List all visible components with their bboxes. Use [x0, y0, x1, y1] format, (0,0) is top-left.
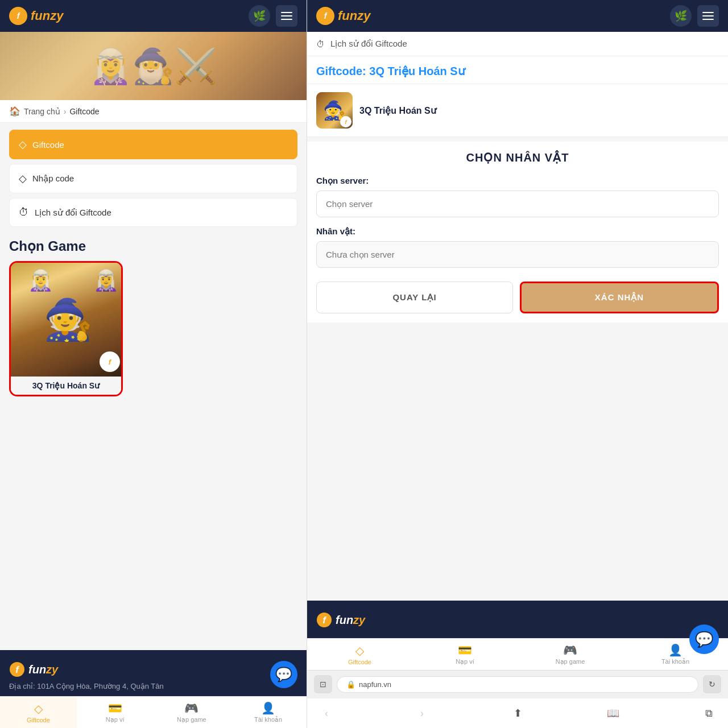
browser-tab-icon[interactable]: ⊡: [314, 675, 332, 693]
right-top-menu[interactable]: ⏱ Lịch sử đổi Giftcode: [307, 32, 728, 56]
breadcrumb-home-label[interactable]: Trang chủ: [24, 107, 60, 116]
right-logo-icon: f: [316, 7, 334, 25]
browser-back-button[interactable]: ‹: [316, 703, 337, 723]
right-menu-bar-2: [702, 15, 714, 16]
browser-bookmark-button[interactable]: 📖: [603, 703, 623, 723]
left-nav-nap-game[interactable]: 🎮 Nạp game: [154, 697, 230, 728]
nhap-code-icon: ◇: [19, 172, 27, 185]
breadcrumb: 🏠 Trang chủ › Giftcode: [0, 100, 307, 123]
section-title-chon-game: Chọn Game: [0, 234, 307, 261]
left-nav-nap-vi-label: Nạp ví: [106, 716, 125, 723]
game-card-3q[interactable]: 🧙 🧝‍♀️ 🧝‍♀️ f 3Q Triệu Hoán Sư: [9, 261, 123, 396]
server-field-label: Chọn server:: [316, 176, 719, 186]
confirm-button[interactable]: XÁC NHẬN: [520, 282, 719, 313]
left-nav-tai-khoan-icon: 👤: [261, 701, 275, 715]
char-field: Nhân vật:: [316, 226, 719, 277]
right-menu-bar-1: [702, 12, 714, 13]
right-header-icons: 🌿: [670, 5, 719, 27]
logo-accent-text: zy: [50, 9, 63, 23]
game-mini-name: 3Q Triệu Hoán Sư: [359, 105, 436, 116]
browser-nav-bar: ‹ › ⬆ 📖 ⧉: [307, 698, 728, 728]
left-nav-tai-khoan-label: Tài khoản: [254, 716, 282, 723]
browser-lock-icon: 🔒: [346, 680, 355, 689]
left-bottom-nav: ◇ Giftcode 💳 Nạp ví 🎮 Nạp game 👤 Tài kho…: [0, 696, 307, 728]
right-footer-logo: f funzy: [316, 612, 719, 628]
left-nav-nap-game-icon: 🎮: [184, 701, 198, 715]
left-nav-tai-khoan[interactable]: 👤 Tài khoản: [230, 697, 307, 728]
right-logo: f funzy: [316, 7, 370, 25]
game-card-label: 3Q Triệu Hoán Sư: [11, 377, 121, 395]
menu-item-lich-su[interactable]: ⏱ Lịch sử đổi Giftcode: [9, 198, 297, 227]
right-top-menu-icon: ⏱: [316, 39, 325, 49]
left-header-icons: 🌿: [249, 5, 297, 27]
browser-url-bar[interactable]: 🔒 napfun.vn: [337, 676, 698, 693]
right-nav-giftcode-icon: ◇: [355, 644, 364, 657]
right-panel: f funzy 🌿 ⏱ Lịch sử đổi Giftcode: [307, 0, 728, 728]
browser-url-text: napfun.vn: [359, 680, 391, 689]
char-select-heading: CHỌN NHÂN VẬT: [316, 151, 719, 164]
logo-normal-text: fun: [31, 9, 50, 23]
right-nav-nap-vi[interactable]: 💳 Nạp ví: [412, 639, 518, 670]
browser-refresh-button[interactable]: ↻: [703, 675, 721, 693]
menu-item-giftcode-label: Giftcode: [32, 140, 64, 150]
left-logo-icon: f: [9, 7, 27, 25]
left-nav-nap-vi[interactable]: 💳 Nạp ví: [77, 697, 154, 728]
right-logo-accent: zy: [357, 9, 370, 23]
right-nav-nap-game-icon: 🎮: [563, 643, 577, 657]
game-info-bar: 🧙 f 3Q Triệu Hoán Sư: [307, 84, 728, 137]
left-nav-giftcode-label: Giftcode: [27, 717, 50, 723]
left-menu-button[interactable]: [276, 5, 297, 27]
right-footer: f funzy: [307, 601, 728, 638]
left-header: f funzy 🌿: [0, 0, 307, 32]
giftcode-title-bar: Giftcode: 3Q Triệu Hoán Sư: [307, 56, 728, 84]
right-logo-text: funzy: [338, 9, 370, 23]
left-nav-giftcode[interactable]: ◇ Giftcode: [0, 697, 77, 728]
right-top-menu-label: Lịch sử đổi Giftcode: [330, 39, 407, 49]
right-nav-tai-khoan-label: Tài khoản: [661, 658, 689, 665]
menu-bar-2: [281, 15, 292, 16]
game-thumb-logo: f: [100, 351, 120, 372]
right-menu-bar-3: [702, 19, 714, 20]
right-leaf-icon: 🌿: [670, 5, 692, 27]
right-nav-tai-khoan-icon: 👤: [668, 643, 682, 657]
game-mini-thumb: 🧙 f: [316, 92, 353, 129]
back-button[interactable]: QUAY LẠI: [316, 282, 513, 313]
left-nav-nap-vi-icon: 💳: [108, 701, 122, 715]
right-nav-giftcode[interactable]: ◇ Giftcode: [307, 639, 412, 670]
menu-item-giftcode[interactable]: ◇ Giftcode: [9, 130, 297, 159]
left-leaf-icon: 🌿: [249, 5, 270, 27]
messenger-fab-right[interactable]: 💬: [689, 624, 719, 654]
right-nav-nap-vi-icon: 💳: [458, 643, 472, 657]
left-logo-text: funzy: [31, 9, 63, 23]
left-footer-address: Địa chỉ: 101A Cộng Hòa, Phường 4, Quận T…: [9, 682, 297, 690]
menu-bar-1: [281, 12, 292, 13]
right-bottom-nav: ◇ Giftcode 💳 Nạp ví 🎮 Nạp game 👤 Tài kho…: [307, 638, 728, 670]
left-footer-logo: f funzy: [9, 661, 297, 677]
breadcrumb-current: Giftcode: [69, 107, 99, 116]
left-nav-nap-game-label: Nạp game: [177, 716, 206, 723]
right-menu-button[interactable]: [697, 5, 719, 27]
browser-share-button[interactable]: ⬆: [507, 703, 528, 723]
menu-item-nhap-code[interactable]: ◇ Nhập code: [9, 164, 297, 193]
messenger-fab-left[interactable]: 💬: [270, 661, 297, 688]
char-field-label: Nhân vật:: [316, 226, 719, 237]
left-menu-list: ◇ Giftcode ◇ Nhập code ⏱ Lịch sử đổi Gif…: [0, 123, 307, 234]
browser-forward-button[interactable]: ›: [412, 703, 432, 723]
left-panel: f funzy 🌿 🧝‍♀️🧙‍♂️⚔️: [0, 0, 307, 728]
left-nav-giftcode-icon: ◇: [34, 702, 43, 715]
char-input: [316, 241, 719, 268]
right-nav-nap-game[interactable]: 🎮 Nạp game: [518, 639, 623, 670]
browser-tabs-button[interactable]: ⧉: [698, 703, 719, 723]
server-field: Chọn server:: [316, 176, 719, 226]
left-hero-banner: 🧝‍♀️🧙‍♂️⚔️: [0, 32, 307, 100]
lich-su-icon: ⏱: [19, 206, 29, 218]
browser-url-bar-row: ⊡ 🔒 napfun.vn ↻: [307, 670, 728, 698]
server-input[interactable]: [316, 191, 719, 217]
game-mini-logo: f: [340, 116, 351, 127]
breadcrumb-separator: ›: [64, 107, 67, 116]
right-logo-normal: fun: [338, 9, 357, 23]
right-nav-nap-game-label: Nạp game: [556, 658, 585, 665]
menu-item-lich-su-label: Lịch sử đổi Giftcode: [35, 208, 111, 218]
breadcrumb-home-icon: 🏠: [9, 106, 20, 117]
giftcode-title-prefix: Giftcode:: [316, 65, 369, 77]
